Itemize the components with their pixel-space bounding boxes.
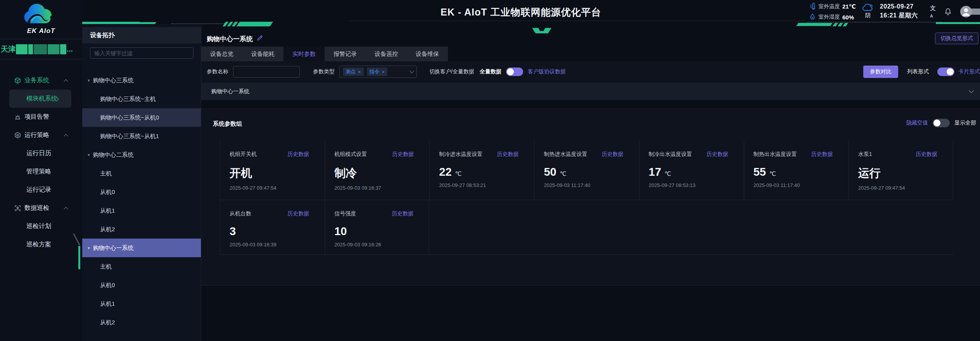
sidebar-item-module-machine-system[interactable]: 模块机系统 xyxy=(9,90,71,108)
sidebar-scrollbar[interactable] xyxy=(78,246,80,269)
history-data-link[interactable]: 历史数据 xyxy=(602,151,624,158)
left-sidebar: EK AIoT 天津 ... 业务系统 模块机系统 xyxy=(0,0,82,341)
tab-alarm-records[interactable]: 报警记录 xyxy=(325,47,366,61)
tree-expand-caret-icon[interactable]: ▾ xyxy=(88,246,90,251)
data-switch-label: 切换客户/全量数据 xyxy=(429,68,474,75)
current-weekday: 星期六 xyxy=(899,12,918,19)
language-switch-icon[interactable]: 文A xyxy=(930,5,936,19)
param-cards-row-1: 机组开关机 历史数据 开机 2025-09-27 09:47:54 机组模式设置… xyxy=(220,141,953,200)
empty-cell xyxy=(429,200,534,254)
filter-panel: 参数名称 参数类型 测点 × 指令 × 切换客户/全量数据 全量数据 xyxy=(201,61,980,83)
tree-node-system1-slave0[interactable]: 从机0 xyxy=(82,276,201,294)
history-data-link[interactable]: 历史数据 xyxy=(287,151,309,158)
logo-text: EK AIoT xyxy=(27,27,55,35)
tree-node-system1-slave1[interactable]: 从机1 xyxy=(82,294,201,313)
humidity-droplet-icon: % xyxy=(809,13,816,21)
user-avatar[interactable] xyxy=(960,6,980,17)
param-card-heating-outlet-temp: 制热出水温度设置 历史数据 55℃ 2025-09-03 11:17:40 xyxy=(744,141,849,200)
tab-device-energy[interactable]: 设备能耗 xyxy=(242,47,283,61)
current-time-weekday: 16:21 星期六 xyxy=(880,12,918,20)
hide-empty-toggle[interactable] xyxy=(933,119,950,127)
edit-title-icon[interactable] xyxy=(257,35,263,41)
sidebar-item-label: 运行记录 xyxy=(26,186,51,194)
tree-node-system1-slave2[interactable]: 从机2 xyxy=(82,313,201,332)
history-data-link[interactable]: 历史数据 xyxy=(916,151,937,158)
datetime-block: 2025-09-27 16:21 星期六 xyxy=(880,3,918,20)
history-data-link[interactable]: 历史数据 xyxy=(811,151,833,158)
param-name-input[interactable] xyxy=(233,66,300,78)
current-time: 16:21 xyxy=(880,12,897,19)
header-action-icons: 文A xyxy=(930,5,980,19)
tree-node-label: 从机0 xyxy=(100,189,115,196)
tab-realtime-params[interactable]: 实时参数 xyxy=(283,47,325,61)
sidebar-item-project-alarm[interactable]: 项目告警 xyxy=(0,108,82,126)
switch-overview-button[interactable]: 切换总览形式 xyxy=(935,33,978,44)
tree-node-system3-slave0[interactable]: 购物中心三系统~从机0 xyxy=(82,108,201,127)
param-card-unit-mode: 机组模式设置 历史数据 制冷 2025-09-03 09:16:37 xyxy=(325,141,429,200)
sidebar-item-label: 模块机系统 xyxy=(26,95,57,103)
tree-node-system1-host[interactable]: 主机 xyxy=(82,257,201,276)
current-date: 2025-09-27 xyxy=(880,3,914,10)
app-title: EK - AIoT 工业物联网能源优化平台 xyxy=(441,6,601,19)
sidebar-item-management-strategy[interactable]: 管理策略 xyxy=(0,163,82,181)
tab-device-overview[interactable]: 设备总览 xyxy=(201,47,242,61)
tree-node-system3[interactable]: ▾ 购物中心三系统 xyxy=(82,71,201,90)
tree-search-input[interactable] xyxy=(90,47,194,59)
detail-tabs: 设备总览 设备能耗 实时参数 报警记录 设备遥控 设备维保 xyxy=(201,47,448,61)
outdoor-humidity-label: 室外湿度 xyxy=(818,14,840,21)
param-name: 制热进水温度设置 xyxy=(544,151,587,158)
weather-widget: 室外温度 21℃ % 室外湿度 60% 阴 2025-09-27 xyxy=(809,2,918,22)
view-mode-toggle[interactable] xyxy=(937,68,954,76)
param-type-select[interactable]: 测点 × 指令 × xyxy=(339,66,417,78)
chevron-up-icon xyxy=(64,207,68,211)
tree-node-system3-slave1[interactable]: 购物中心三系统~从机1 xyxy=(82,127,201,145)
param-value: 50 xyxy=(544,166,556,178)
tree-node-system1-selected[interactable]: ▾ 购物中心一系统 xyxy=(82,239,201,257)
param-card-slave-count: 从机台数 历史数据 3 2025-09-03 09:16:39 xyxy=(220,200,325,254)
sidebar-item-label: 业务系统 xyxy=(24,76,49,85)
history-data-link[interactable]: 历史数据 xyxy=(392,210,413,217)
tree-node-system2-slave0[interactable]: 从机0 xyxy=(82,183,201,201)
tab-device-remote[interactable]: 设备遥控 xyxy=(366,47,407,61)
param-timestamp: 2025-09-03 09:16:37 xyxy=(334,185,414,191)
param-compare-button[interactable]: 参数对比 xyxy=(863,66,898,78)
history-data-link[interactable]: 历史数据 xyxy=(497,151,519,158)
param-name: 信号强度 xyxy=(334,210,356,217)
list-view-label: 列表形式 xyxy=(907,68,929,75)
chevron-down-icon xyxy=(969,88,974,93)
sidebar-item-run-record[interactable]: 运行记录 xyxy=(0,181,82,199)
empty-cell xyxy=(534,200,639,254)
tree-node-label: 购物中心三系统 xyxy=(93,77,134,84)
sidebar-divider xyxy=(0,39,82,39)
avatar-icon xyxy=(960,6,972,17)
param-name: 机组模式设置 xyxy=(334,151,367,158)
tab-device-maintenance[interactable]: 设备维保 xyxy=(407,47,448,61)
tree-node-system2-slave2[interactable]: 从机2 xyxy=(82,220,201,239)
system-section-collapse-bar[interactable]: 购物中心一系统 xyxy=(201,83,980,100)
tree-expand-caret-icon[interactable]: ▾ xyxy=(88,152,90,158)
company-ellipsis: ... xyxy=(67,45,73,54)
sidebar-item-inspection-plan[interactable]: 巡检计划 xyxy=(0,217,82,235)
outdoor-temp-label: 室外温度 xyxy=(818,3,840,10)
tree-node-system3-host[interactable]: 购物中心三系统~主机 xyxy=(82,90,201,108)
outdoor-temp-value: 21℃ xyxy=(842,3,856,10)
history-data-link[interactable]: 历史数据 xyxy=(707,151,728,158)
sidebar-item-run-strategy[interactable]: 运行策略 xyxy=(0,126,82,144)
history-data-link[interactable]: 历史数据 xyxy=(392,151,414,158)
tree-node-system2-host[interactable]: 主机 xyxy=(82,164,201,183)
chevron-up-icon xyxy=(64,79,68,83)
sidebar-item-run-calendar[interactable]: 运行日历 xyxy=(0,144,82,163)
chevron-up-icon xyxy=(64,134,68,138)
client-data-toggle[interactable] xyxy=(506,68,523,76)
sidebar-item-inspection-scheme[interactable]: 巡检方案 xyxy=(0,235,82,254)
notification-bell-icon[interactable] xyxy=(944,8,952,16)
tree-node-system2-slave1[interactable]: 从机1 xyxy=(82,201,201,220)
sidebar-item-business-system[interactable]: 业务系统 xyxy=(0,71,82,90)
tag-close-icon[interactable]: × xyxy=(358,69,361,75)
tree-expand-caret-icon[interactable]: ▾ xyxy=(88,78,90,83)
history-data-link[interactable]: 历史数据 xyxy=(287,210,309,217)
weather-condition: 阴 xyxy=(861,3,875,19)
tree-node-system2[interactable]: ▾ 购物中心二系统 xyxy=(82,145,201,164)
tag-close-icon[interactable]: × xyxy=(382,69,385,75)
sidebar-item-data-inspection[interactable]: 数据巡检 xyxy=(0,199,82,217)
